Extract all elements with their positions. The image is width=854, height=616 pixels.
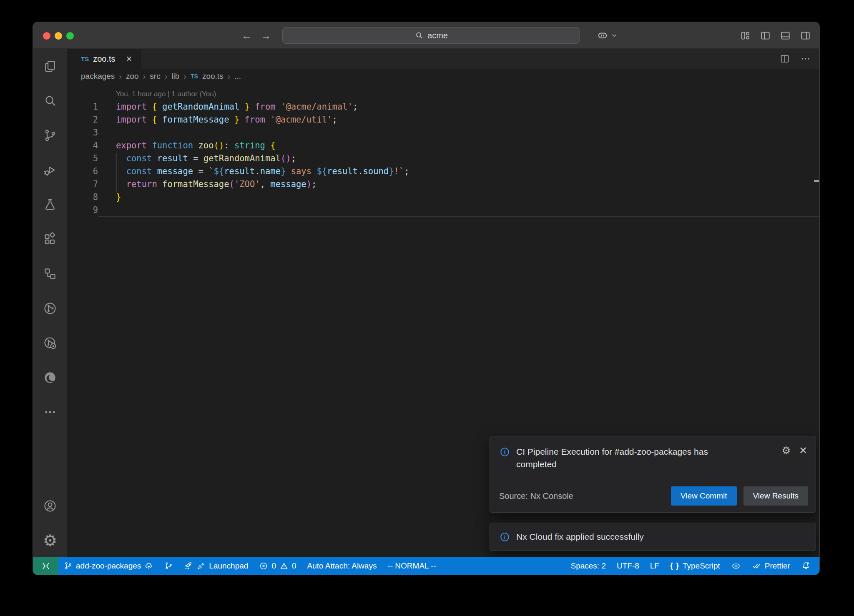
status-language[interactable]: { } TypeScript	[665, 557, 726, 575]
code-line[interactable]: 8}	[67, 191, 820, 204]
status-notifications-bell[interactable]	[796, 557, 816, 575]
notification-toast: Nx Cloud fix applied successfully	[490, 523, 816, 551]
back-icon[interactable]: ←	[241, 29, 252, 42]
forward-icon[interactable]: →	[261, 29, 271, 42]
vscode-window: ← → acme	[33, 22, 820, 575]
status-copilot[interactable]	[726, 557, 746, 575]
status-bar: add-zoo-packages Launchpad 0 0 Auto Atta…	[33, 557, 819, 575]
breadcrumb-item[interactable]: zoo	[126, 72, 139, 81]
code-line[interactable]: 1import { getRandomAnimal } from '@acme/…	[67, 100, 820, 113]
toggle-panel-icon[interactable]	[780, 30, 791, 41]
breadcrumb-item[interactable]: lib	[171, 72, 179, 81]
testing-icon[interactable]	[33, 187, 67, 222]
edge-browser-icon[interactable]	[33, 360, 67, 395]
notification-close-icon[interactable]: ✕	[799, 446, 807, 456]
line-number: 4	[67, 139, 98, 152]
git-blame-codelens[interactable]: You, 1 hour ago | 1 author (You)	[116, 88, 820, 100]
code-line[interactable]: 5 const result = getRandomAnimal();	[67, 152, 820, 165]
settings-gear-icon[interactable]: ⚙	[33, 523, 67, 558]
tab-bar: TS zoo.ts ×	[67, 49, 820, 69]
line-number: 3	[67, 126, 98, 139]
line-number: 6	[67, 165, 98, 178]
view-results-button[interactable]: View Results	[743, 486, 808, 506]
code-line[interactable]: 6 const message = `${result.name} says $…	[67, 165, 820, 178]
notification-source: Source: Nx Console	[499, 491, 573, 501]
bell-badge-icon	[801, 561, 811, 571]
close-tab-icon[interactable]: ×	[126, 54, 132, 64]
status-branch[interactable]: add-zoo-packages	[58, 557, 159, 575]
chevron-right-icon: ›	[143, 72, 146, 81]
status-vim-mode[interactable]: -- NORMAL --	[382, 557, 441, 575]
extensions-icon[interactable]	[33, 222, 67, 256]
line-number: 9	[67, 204, 98, 217]
error-icon	[259, 561, 268, 571]
zoom-window-button[interactable]	[66, 32, 74, 40]
line-number: 5	[67, 152, 98, 165]
typescript-file-icon: TS	[81, 55, 89, 63]
code-editor[interactable]: 1import { getRandomAnimal } from '@acme/…	[67, 100, 820, 217]
status-eol[interactable]: LF	[645, 557, 665, 575]
search-view-icon[interactable]	[33, 83, 67, 118]
view-commit-button[interactable]: View Commit	[671, 486, 737, 506]
status-launchpad[interactable]: Launchpad	[178, 557, 254, 575]
notification-toast: CI Pipeline Execution for #add-zoo-packa…	[490, 436, 816, 513]
status-encoding[interactable]: UTF-8	[611, 557, 645, 575]
rocket-icon	[184, 561, 193, 571]
warning-icon	[279, 561, 289, 571]
code-line[interactable]: 9	[67, 204, 820, 217]
copilot-menu[interactable]	[597, 22, 617, 49]
source-control-icon[interactable]	[33, 118, 67, 153]
minimize-window-button[interactable]	[55, 32, 62, 40]
chevron-down-icon	[611, 33, 617, 38]
status-formatter[interactable]: Prettier	[746, 557, 796, 575]
breadcrumb-more[interactable]: ...	[234, 72, 241, 81]
nx-console-icon[interactable]	[33, 291, 67, 326]
copilot-icon	[597, 30, 608, 41]
status-problems[interactable]: 0 0	[254, 557, 301, 575]
copilot-icon	[731, 561, 741, 571]
more-actions-icon[interactable]	[800, 53, 811, 64]
command-center-search[interactable]: acme	[282, 27, 580, 44]
chevron-right-icon: ›	[165, 72, 168, 81]
chevron-right-icon: ›	[119, 72, 122, 81]
git-branch-icon	[64, 561, 73, 570]
line-number: 7	[67, 178, 98, 191]
status-auto-attach[interactable]: Auto Attach: Always	[302, 557, 382, 575]
tab-zoo-ts[interactable]: TS zoo.ts ×	[67, 49, 141, 69]
cloud-upload-icon	[144, 561, 153, 571]
info-icon	[499, 531, 510, 543]
close-window-button[interactable]	[43, 32, 50, 40]
split-editor-icon[interactable]	[779, 53, 790, 64]
breadcrumb: packages › zoo › src › lib › TS zoo.ts ›…	[67, 69, 820, 84]
status-git-graph[interactable]	[159, 557, 178, 575]
run-and-debug-icon[interactable]	[33, 153, 67, 187]
nx-cloud-icon[interactable]	[33, 326, 67, 360]
line-number: 8	[67, 191, 98, 204]
toggle-sidebar-icon[interactable]	[760, 30, 771, 41]
braces-icon: { }	[670, 561, 679, 570]
accounts-icon[interactable]	[33, 488, 67, 523]
breadcrumb-item[interactable]: packages	[81, 72, 115, 81]
remote-indicator[interactable]	[33, 557, 58, 575]
more-views-icon[interactable]	[33, 395, 67, 429]
remote-icon	[41, 561, 51, 571]
breadcrumb-file[interactable]: zoo.ts	[202, 72, 224, 81]
line-number: 2	[67, 113, 98, 126]
customize-layout-icon[interactable]	[740, 30, 751, 41]
code-line[interactable]: 3	[67, 126, 820, 139]
status-indentation[interactable]: Spaces: 2	[565, 557, 611, 575]
toggle-secondary-sidebar-icon[interactable]	[800, 30, 811, 41]
indent-guide	[116, 153, 117, 192]
project-graph-icon[interactable]	[33, 256, 67, 291]
breadcrumb-item[interactable]: src	[150, 72, 160, 81]
typescript-file-icon: TS	[191, 73, 198, 80]
code-line[interactable]: 7 return formatMessage('ZOO', message);	[67, 178, 820, 191]
code-line[interactable]: 4export function zoo(): string {	[67, 139, 820, 152]
notification-settings-icon[interactable]: ⚙	[781, 446, 791, 456]
chevron-right-icon: ›	[228, 72, 231, 81]
tab-label: zoo.ts	[93, 54, 115, 64]
traffic-lights	[43, 32, 74, 40]
title-bar: ← → acme	[33, 22, 819, 49]
explorer-icon[interactable]	[33, 49, 67, 83]
code-line[interactable]: 2import { formatMessage } from '@acme/ut…	[67, 113, 820, 126]
